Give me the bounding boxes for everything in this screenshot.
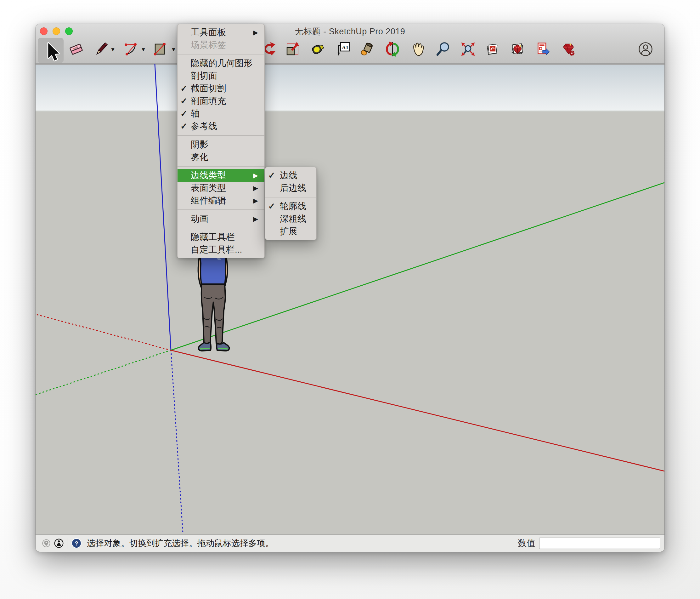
submenu-item-profiles[interactable]: ✓ 轮廓线 bbox=[265, 200, 316, 213]
credits-icon[interactable] bbox=[54, 538, 64, 548]
line-tool-button[interactable] bbox=[94, 42, 109, 57]
menu-separator bbox=[177, 166, 265, 167]
submenu-arrow-icon: ▶ bbox=[253, 172, 258, 179]
pan-tool-button[interactable] bbox=[410, 42, 425, 57]
menu-item-tool-palettes[interactable]: 工具面板 ▶ bbox=[177, 26, 265, 39]
blue-axis-solid bbox=[155, 64, 171, 350]
scale-tool-button[interactable] bbox=[285, 42, 300, 57]
arc-tool-button[interactable] bbox=[123, 42, 139, 57]
statusbar-divider bbox=[67, 538, 67, 549]
extension-warehouse-icon bbox=[510, 42, 524, 56]
scale-figure[interactable] bbox=[190, 250, 237, 356]
send-to-layout-button[interactable] bbox=[536, 42, 551, 57]
check-icon: ✓ bbox=[180, 83, 190, 94]
zoom-tool-button[interactable] bbox=[435, 42, 451, 57]
orbit-icon bbox=[385, 42, 400, 57]
menu-item-customize-toolbar[interactable]: 自定工具栏... bbox=[177, 243, 265, 256]
submenu-arrow-icon: ▶ bbox=[253, 215, 258, 223]
blue-axis-dotted bbox=[171, 350, 183, 533]
sketchup-window: 无标题 - SketchUp Pro 2019 pink bbox=[35, 24, 665, 552]
measurements-input[interactable] bbox=[539, 537, 660, 549]
tape-measure-icon bbox=[310, 42, 325, 57]
menu-separator bbox=[177, 228, 265, 228]
view-context-menu: 工具面板 ▶ 场景标签 隐藏的几何图形 剖切面 ✓ 截面切割 ✓ 剖面填充 ✓ … bbox=[177, 24, 265, 258]
orbit-tool-button[interactable] bbox=[385, 42, 400, 57]
magnifier-icon bbox=[435, 42, 451, 57]
send-to-layout-icon bbox=[536, 42, 550, 56]
extension-warehouse-button[interactable] bbox=[510, 42, 526, 57]
menu-item-scene-tabs: 场景标签 bbox=[177, 39, 265, 51]
3d-warehouse-icon bbox=[486, 42, 500, 56]
menu-item-guides[interactable]: ✓ 参考线 bbox=[177, 120, 265, 133]
submenu-item-back-edges[interactable]: 后边线 bbox=[265, 182, 316, 194]
check-icon: ✓ bbox=[180, 121, 190, 131]
eraser-tool-button[interactable]: pink bbox=[69, 42, 84, 57]
svg-text:A1: A1 bbox=[342, 44, 348, 50]
submenu-arrow-icon: ▶ bbox=[253, 184, 258, 192]
drawing-canvas[interactable] bbox=[35, 64, 665, 534]
menu-item-hidden-geometry[interactable]: 隐藏的几何图形 bbox=[177, 57, 265, 70]
red-axis-dotted bbox=[35, 314, 171, 350]
menu-item-animation[interactable]: 动画 ▶ bbox=[177, 213, 265, 225]
check-icon: ✓ bbox=[268, 201, 278, 211]
rectangle-tool-dropdown[interactable]: ▼ bbox=[171, 47, 176, 53]
extension-manager-icon bbox=[561, 42, 575, 56]
measurements-label: 数值 bbox=[518, 537, 535, 549]
menu-separator bbox=[265, 197, 316, 197]
submenu-item-edges[interactable]: ✓ 边线 bbox=[265, 169, 316, 182]
text-icon: A1 bbox=[336, 42, 351, 57]
select-arrow-icon bbox=[43, 42, 64, 63]
menu-item-section-planes[interactable]: 剖切面 bbox=[177, 70, 265, 82]
menu-item-hide-toolbar[interactable]: 隐藏工具栏 bbox=[177, 231, 265, 243]
check-icon: ✓ bbox=[180, 96, 190, 106]
titlebar-toolbar: 无标题 - SketchUp Pro 2019 pink bbox=[35, 24, 665, 64]
menu-item-shadows[interactable]: 阴影 bbox=[177, 138, 265, 151]
text-tool-button[interactable]: A1 bbox=[336, 42, 351, 57]
red-axis-solid bbox=[171, 350, 665, 471]
help-icon[interactable]: ? bbox=[71, 538, 82, 549]
paint-bucket-tool-button[interactable] bbox=[359, 42, 374, 57]
menu-separator bbox=[177, 210, 265, 210]
zoom-extents-tool-button[interactable] bbox=[460, 42, 476, 57]
arc-tool-dropdown[interactable]: ▼ bbox=[141, 47, 146, 53]
paint-bucket-icon bbox=[359, 42, 374, 57]
line-tool-dropdown[interactable]: ▼ bbox=[110, 47, 116, 53]
pencil-icon bbox=[94, 42, 109, 57]
edge-style-submenu: ✓ 边线 后边线 ✓ 轮廓线 深粗线 扩展 bbox=[265, 167, 317, 240]
warehouse-3d-button[interactable] bbox=[486, 42, 501, 57]
check-icon: ✓ bbox=[180, 109, 190, 119]
menu-item-edge-style[interactable]: 边线类型 ▶ bbox=[177, 169, 265, 182]
menu-item-section-cuts[interactable]: ✓ 截面切割 bbox=[177, 82, 265, 95]
arc-icon bbox=[123, 42, 139, 57]
menu-item-face-style[interactable]: 表面类型 ▶ bbox=[177, 182, 265, 194]
menu-item-axes[interactable]: ✓ 轴 bbox=[177, 107, 265, 120]
menu-separator bbox=[177, 54, 265, 54]
submenu-arrow-icon: ▶ bbox=[253, 197, 258, 205]
rectangle-tool-button[interactable] bbox=[152, 42, 168, 57]
check-icon: ✓ bbox=[268, 170, 278, 181]
scale-icon bbox=[285, 42, 300, 57]
geolocation-icon[interactable] bbox=[42, 539, 51, 548]
menu-separator bbox=[177, 135, 265, 136]
menu-item-component-edit[interactable]: 组件编辑 ▶ bbox=[177, 194, 265, 207]
menu-item-fog[interactable]: 雾化 bbox=[177, 151, 265, 164]
status-message: 选择对象。切换到扩充选择。拖动鼠标选择多项。 bbox=[87, 537, 274, 549]
submenu-item-extension[interactable]: 扩展 bbox=[265, 225, 316, 238]
tape-measure-tool-button[interactable] bbox=[310, 42, 325, 57]
eraser-icon: pink bbox=[69, 42, 84, 57]
rectangle-icon bbox=[152, 42, 168, 57]
submenu-arrow-icon: ▶ bbox=[253, 29, 258, 36]
extension-manager-button[interactable] bbox=[561, 42, 577, 57]
drawing-axes bbox=[35, 64, 665, 534]
select-tool-button[interactable] bbox=[38, 38, 64, 63]
submenu-item-depth-cue[interactable]: 深粗线 bbox=[265, 213, 316, 225]
window-title: 无标题 - SketchUp Pro 2019 bbox=[35, 26, 665, 37]
green-axis-dotted bbox=[35, 350, 171, 394]
account-button[interactable] bbox=[638, 42, 653, 57]
svg-text:?: ? bbox=[75, 541, 78, 547]
status-bar: ? 选择对象。切换到扩充选择。拖动鼠标选择多项。 数值 bbox=[35, 534, 665, 552]
menu-item-section-fill[interactable]: ✓ 剖面填充 bbox=[177, 95, 265, 107]
zoom-extents-icon bbox=[460, 42, 476, 57]
pan-hand-icon bbox=[410, 42, 425, 57]
account-person-icon bbox=[638, 42, 653, 57]
